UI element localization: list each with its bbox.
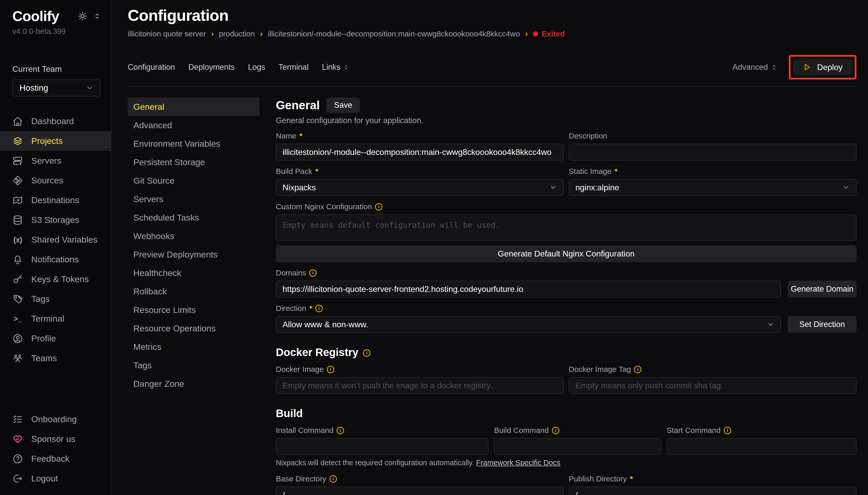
start-command-field[interactable] [667,438,856,455]
layers-icon [12,136,23,147]
build-command-field[interactable] [494,438,661,455]
user-icon [12,333,23,344]
info-icon[interactable]: i [309,269,317,277]
status-text: Exited [542,30,565,38]
sidebar-item-sponsor-us[interactable]: Sponsor us [0,429,111,449]
subnav-item-general[interactable]: General [128,98,260,116]
sidebar-item-projects[interactable]: Projects [0,131,111,151]
subnav-item-rollback[interactable]: Rollback [128,282,260,301]
breadcrumb: illicitonion quote server › production ›… [128,29,856,38]
status-dot-icon [533,31,538,36]
sidebar-item-shared-variables[interactable]: (x) Shared Variables [0,230,111,250]
subnav-item-preview-deployments[interactable]: Preview Deployments [128,245,260,264]
info-icon[interactable]: i [634,366,641,373]
name-field[interactable] [276,143,564,160]
sidebar-item-sources[interactable]: Sources [0,171,111,190]
nixpacks-note: Nixpacks will detect the required config… [276,459,856,467]
install-command-field[interactable] [276,438,488,455]
updown-selector-icon[interactable] [93,13,101,20]
info-icon[interactable]: i [330,475,337,483]
sidebar-item-tags[interactable]: Tags [0,289,111,309]
tab-deployments[interactable]: Deployments [188,63,234,72]
sidebar-item-notifications[interactable]: Notifications [0,250,111,269]
key-icon [12,274,23,285]
framework-docs-link[interactable]: Framework Specific Docs [476,459,561,467]
advanced-menu[interactable]: Advanced [733,63,778,72]
info-icon[interactable]: i [724,427,731,434]
sidebar-item-s3-storages[interactable]: S3 Storages [0,210,111,230]
direction-select[interactable]: Allow www & non-www. [276,316,781,333]
info-icon[interactable]: i [375,203,383,210]
info-icon[interactable]: i [552,427,559,434]
subnav-item-advanced[interactable]: Advanced [128,116,260,134]
generate-domain-button[interactable]: Generate Domain [788,280,856,297]
sidebar-item-label: Shared Variables [31,235,98,245]
subnav-item-danger-zone[interactable]: Danger Zone [128,374,260,393]
subnav-item-servers[interactable]: Servers [128,190,260,208]
subnav-item-tags[interactable]: Tags [128,356,260,374]
sidebar: Coolify v4.0.0-beta.399 Current Team Hos… [0,0,111,495]
sidebar-item-terminal[interactable]: >_ Terminal [0,309,111,328]
deploy-button[interactable]: Deploy [793,59,852,75]
sidebar-item-teams[interactable]: Teams [0,348,111,368]
subnav-item-metrics[interactable]: Metrics [128,338,260,356]
tab-links[interactable]: Links [322,63,349,72]
description-field[interactable] [569,143,857,160]
info-icon[interactable]: i [363,349,370,357]
build-pack-select[interactable]: Nixpacks [276,179,564,196]
info-icon[interactable]: i [315,305,323,312]
main-content: Configuration illicitonion quote server … [112,0,868,495]
sidebar-item-feedback[interactable]: Feedback [0,449,111,468]
info-icon[interactable]: i [337,427,344,434]
sidebar-item-destinations[interactable]: Destinations [0,190,111,210]
description-label: Description [569,131,857,141]
tab-links-label: Links [322,63,340,72]
team-select[interactable]: Hosting [12,80,101,97]
sidebar-item-logout[interactable]: Logout [0,468,111,488]
subnav-item-scheduled-tasks[interactable]: Scheduled Tasks [128,208,260,227]
terminal-icon: >_ [12,314,23,323]
custom-nginx-label: Custom Nginx Configuration i [276,202,856,212]
theme-sun-icon[interactable] [78,11,87,21]
docker-image-tag-field[interactable] [569,377,857,394]
custom-nginx-textarea[interactable] [276,215,856,241]
sidebar-item-keys-tokens[interactable]: Keys & Tokens [0,269,111,289]
build-pack-label: Build Pack * [276,166,564,176]
breadcrumb-project[interactable]: illicitonion quote server [128,30,206,38]
set-direction-button[interactable]: Set Direction [788,316,856,333]
domains-field[interactable] [276,280,781,297]
subnav-item-environment-variables[interactable]: Environment Variables [128,134,260,153]
docker-image-field[interactable] [276,377,564,394]
divider [128,86,856,87]
sidebar-item-onboarding[interactable]: Onboarding [0,409,111,429]
publish-directory-field[interactable] [569,487,857,495]
checklist-icon [12,414,23,425]
required-mark: * [309,304,312,313]
sidebar-item-label: S3 Storages [31,215,79,225]
generate-nginx-config-button[interactable]: Generate Default Nginx Configuration [276,245,856,262]
sidebar-item-profile[interactable]: Profile [0,328,111,348]
info-icon[interactable]: i [327,366,334,373]
static-image-select[interactable]: nginx:alpine [569,179,857,196]
sidebar-item-servers[interactable]: Servers [0,151,111,171]
subnav-item-webhooks[interactable]: Webhooks [128,227,260,245]
subnav-item-persistent-storage[interactable]: Persistent Storage [128,153,260,171]
section-title-build: Build [276,407,856,420]
sidebar-item-label: Servers [31,156,61,166]
breadcrumb-application[interactable]: illicitestonion/-module--decomposition:m… [268,30,520,38]
install-command-label: Install Command i [276,425,488,436]
subnav-item-git-source[interactable]: Git Source [128,171,260,190]
tab-terminal[interactable]: Terminal [279,63,309,72]
publish-directory-label: Publish Directory * [569,474,857,484]
tab-configuration[interactable]: Configuration [128,63,175,72]
required-mark: * [315,167,318,176]
tab-logs[interactable]: Logs [248,63,265,72]
sidebar-item-label: Onboarding [31,414,77,424]
base-directory-field[interactable] [276,487,564,495]
save-button[interactable]: Save [326,98,360,113]
subnav-item-resource-operations[interactable]: Resource Operations [128,319,260,338]
subnav-item-resource-limits[interactable]: Resource Limits [128,301,260,319]
subnav-item-healthcheck[interactable]: Healthcheck [128,264,260,282]
sidebar-item-dashboard[interactable]: Dashboard [0,111,111,131]
breadcrumb-environment[interactable]: production [219,30,255,38]
